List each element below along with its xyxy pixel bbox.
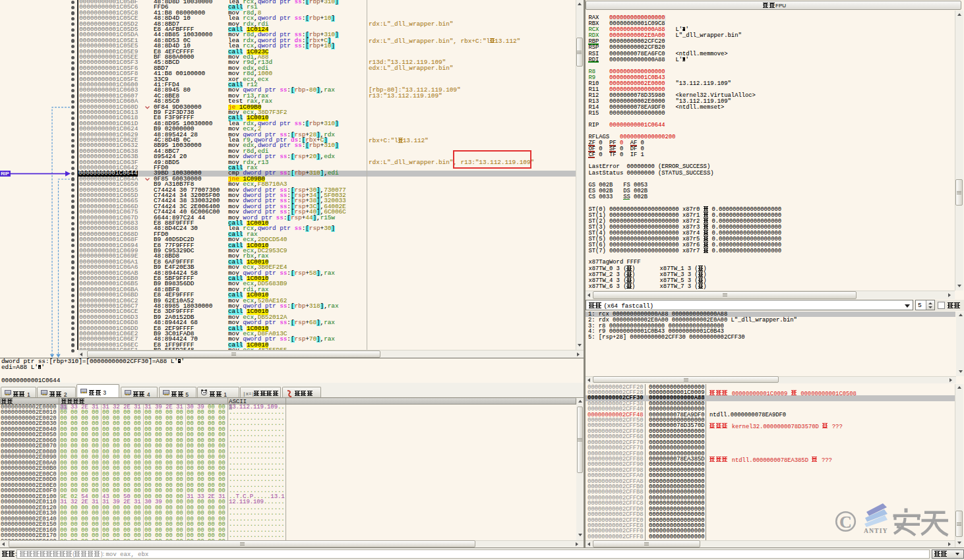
- svg-text:RIP: RIP: [1, 171, 9, 177]
- svg-text:C: C: [839, 513, 852, 532]
- svg-text:ANTIY: ANTIY: [864, 528, 888, 534]
